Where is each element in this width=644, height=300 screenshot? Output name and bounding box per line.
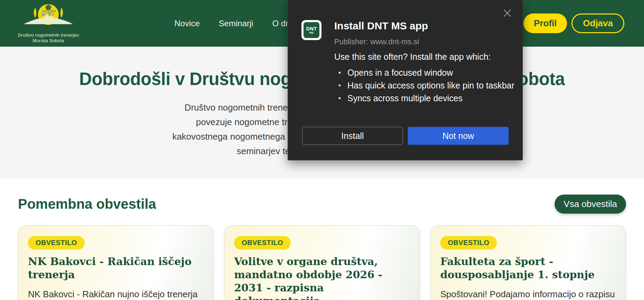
bullet-icon: • (338, 67, 347, 78)
dialog-benefit-item: • Opens in a focused window (338, 67, 523, 78)
announcement-badge: OBVESTILO (234, 236, 291, 250)
announcement-cards: OBVESTILO NK Bakovci - Rakičan iščejo tr… (18, 225, 626, 300)
dialog-buttons: Install Not now (302, 127, 509, 145)
svg-text:DNT: DNT (41, 9, 55, 17)
announcement-body: NK Bakovci - Rakičan nujno iščejo trener… (28, 288, 204, 300)
dialog-benefit-text: Syncs across multiple devices (347, 93, 462, 104)
page: DNT Društvo nogometnih trenerjev Murska … (0, 0, 644, 300)
all-announcements-button[interactable]: Vsa obvestila (555, 195, 626, 214)
dialog-benefit-item: • Has quick access options like pin to t… (338, 80, 523, 91)
announcement-title: Volitve v organe društva, mandatno obdob… (234, 255, 410, 300)
announcements-section: Pomembna obvestila Vsa obvestila OBVESTI… (0, 179, 644, 300)
dialog-title: Install DNT MS app (334, 20, 428, 32)
dnt-ms-app-icon-inner: DNT MS (304, 22, 319, 38)
dialog-benefit-list: • Opens in a focused window • Has quick … (338, 67, 523, 105)
dnt-logo-emblem: DNT (17, 3, 79, 32)
logo-text-line2: Murska Sobota (17, 38, 79, 44)
announcement-badge: OBVESTILO (440, 236, 497, 250)
dnt-ms-app-icon: DNT MS (301, 20, 321, 40)
dialog-close-button[interactable] (501, 7, 513, 19)
bullet-icon: • (338, 80, 347, 91)
nav-item-novice[interactable]: Novice (174, 19, 200, 28)
app-icon-sub: MS (309, 31, 314, 34)
app-icon-abbr: DNT (306, 26, 317, 31)
announcement-badge: OBVESTILO (28, 236, 85, 250)
announcements-heading: Pomembna obvestila (18, 196, 156, 212)
announcement-card[interactable]: OBVESTILO Volitve v organe društva, mand… (224, 225, 420, 300)
bullet-icon: • (338, 93, 347, 104)
announcements-header: Pomembna obvestila Vsa obvestila (18, 195, 626, 214)
dialog-publisher: Publisher: www.dnt-ms.si (334, 37, 419, 46)
install-app-dialog: DNT MS Install DNT MS app Publisher: www… (288, 0, 523, 160)
dialog-benefit-text: Has quick access options like pin to tas… (347, 80, 515, 91)
close-icon (502, 8, 512, 18)
announcement-title: NK Bakovci - Rakičan iščejo trenerja (28, 255, 204, 281)
site-logo[interactable]: DNT Društvo nogometnih trenerjev Murska … (17, 3, 79, 44)
not-now-button[interactable]: Not now (408, 127, 509, 145)
profile-button[interactable]: Profil (523, 13, 567, 33)
dialog-prompt: Use this site often? Install the app whi… (334, 52, 523, 62)
install-button[interactable]: Install (302, 127, 403, 145)
nav-item-seminarji[interactable]: Seminarji (219, 19, 253, 28)
announcement-card[interactable]: OBVESTILO NK Bakovci - Rakičan iščejo tr… (18, 225, 214, 300)
announcement-body: Spoštovani! Podajamo informacijo o razpi… (440, 288, 616, 300)
logout-button[interactable]: Odjava (571, 13, 624, 33)
logo-text-line1: Društvo nogometnih trenerjev (17, 32, 79, 38)
announcement-title: Fakulteta za šport - dousposabljanje 1. … (440, 255, 616, 281)
dialog-benefit-item: • Syncs across multiple devices (338, 93, 523, 104)
announcement-card[interactable]: OBVESTILO Fakulteta za šport - dousposab… (430, 225, 626, 300)
dialog-benefit-text: Opens in a focused window (347, 67, 453, 78)
